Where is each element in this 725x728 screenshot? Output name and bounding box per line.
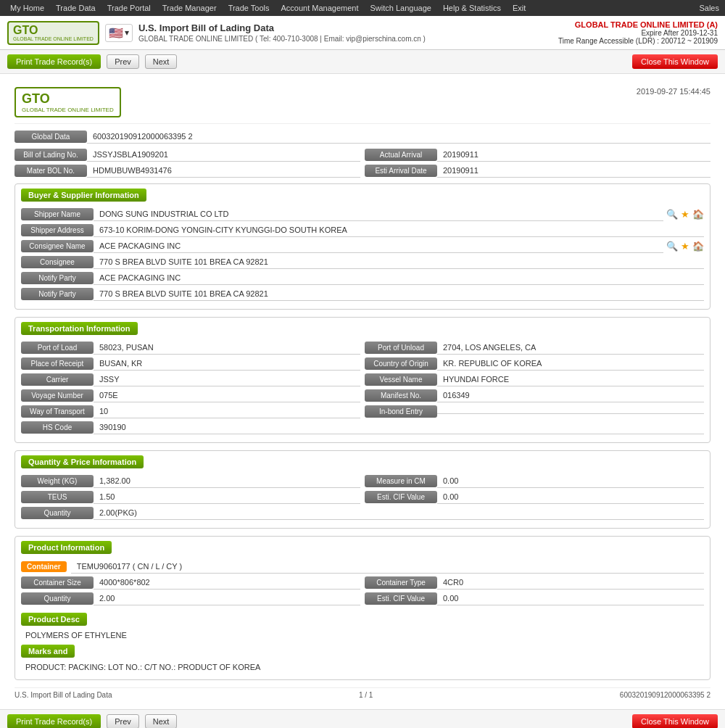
nav-sales: Sales: [699, 4, 719, 12]
port-load-label: Port of Load: [21, 342, 94, 354]
container-size-label: Container Size: [21, 576, 94, 589]
buyer-supplier-section: Buyer & Supplier Information Shipper Nam…: [14, 183, 710, 310]
esti-arrival-value: 20190911: [437, 164, 710, 178]
print-button-bottom[interactable]: Print Trade Record(s): [7, 714, 101, 728]
prev-button-bottom[interactable]: Prev: [107, 714, 139, 728]
consignee-row: Consignee 770 S BREA BLVD SUITE 101 BREA…: [21, 255, 704, 269]
place-receipt-label: Place of Receipt: [21, 357, 94, 370]
quantity-row: Quantity 2.00(PKG): [21, 506, 704, 520]
transportation-body: Port of Load 58023, PUSAN Port of Unload…: [15, 338, 710, 442]
quantity-price-header: Quantity & Price Information: [21, 455, 144, 468]
esti-cif-value: 0.00: [437, 490, 704, 504]
shipper-home-icon[interactable]: 🏠: [692, 209, 704, 220]
nav-exit[interactable]: Exit: [508, 0, 530, 16]
transport-way-value: 10: [94, 405, 360, 418]
place-receipt-row: Place of Receipt BUSAN, KR Country of Or…: [21, 357, 704, 371]
quantity-price-body: Weight (KG) 1,382.00 Measure in CM 0.00 …: [15, 471, 710, 528]
shipper-star-icon[interactable]: ★: [681, 209, 689, 220]
nav-tradedata[interactable]: Trade Data: [51, 0, 100, 16]
header: GTO GLOBAL TRADE ONLINE LIMITED 🇺🇸 ▾ U.S…: [0, 16, 725, 50]
next-button-bottom[interactable]: Next: [145, 714, 178, 728]
manifest-label: Manifest No.: [365, 389, 437, 402]
transport-way-label: Way of Transport: [21, 405, 94, 418]
top-toolbar: Print Trade Record(s) Prev Next Close Th…: [0, 50, 725, 74]
record-footer-page: 1 / 1: [359, 691, 373, 699]
marks-label: Marks and: [21, 645, 75, 658]
shipper-name-label: Shipper Name: [21, 208, 94, 220]
in-bond-value: [437, 409, 704, 414]
consignee-star-icon[interactable]: ★: [681, 241, 689, 252]
marks-section: Marks and PRODUCT: PACKING: LOT NO.: C/T…: [21, 642, 704, 674]
country-origin-value: KR. REPUBLIC OF KOREA: [437, 357, 704, 371]
teus-label: TEUS: [21, 491, 94, 503]
buyer-supplier-body: Shipper Name DONG SUNG INDUSTRIAL CO LTD…: [15, 204, 710, 309]
prev-button-top[interactable]: Prev: [107, 54, 139, 69]
flag-area[interactable]: 🇺🇸 ▾: [105, 24, 133, 42]
consignee-label: Consignee: [21, 256, 94, 268]
product-info-section: Product Information Container TEMU906017…: [14, 536, 710, 680]
logo: GTO GLOBAL TRADE ONLINE LIMITED: [7, 21, 99, 45]
global-data-fields: Global Data 600320190912000063395 2: [14, 130, 710, 144]
quantity-label: Quantity: [21, 507, 94, 519]
top-navigation: My Home Trade Data Trade Portal Trade Ma…: [0, 0, 725, 16]
shipper-address-label: Shipper Address: [21, 224, 94, 236]
nav-myhome[interactable]: My Home: [6, 0, 49, 16]
hs-code-row: HS Code 390190: [21, 421, 704, 434]
transportation-header: Transportation Information: [21, 322, 138, 335]
carrier-label: Carrier: [21, 373, 94, 386]
header-title-area: U.S. Import Bill of Lading Data GLOBAL T…: [138, 22, 426, 43]
global-data-label: Global Data: [14, 131, 87, 143]
print-button-top[interactable]: Print Trade Record(s): [7, 54, 101, 69]
weight-label: Weight (KG): [21, 475, 94, 487]
quantity-value: 2.00(PKG): [94, 506, 704, 520]
country-origin-label: Country of Origin: [365, 357, 437, 370]
vessel-name-label: Vessel Name: [365, 373, 437, 386]
port-load-value: 58023, PUSAN: [94, 341, 360, 355]
main-content: GTO GLOBAL TRADE ONLINE LIMITED 2019-09-…: [0, 74, 725, 709]
consignee-name-row: Consignee Name ACE PACKAGING INC 🔍 ★ 🏠: [21, 239, 704, 253]
record-footer-id: 600320190912000063395 2: [620, 691, 710, 699]
header-left: GTO GLOBAL TRADE ONLINE LIMITED 🇺🇸 ▾ U.S…: [7, 21, 426, 45]
notify-party-value: ACE PACKAGING INC: [94, 271, 704, 285]
product-quantity-label: Quantity: [21, 592, 94, 605]
nav-help[interactable]: Help & Statistics: [439, 0, 505, 16]
next-button-top[interactable]: Next: [145, 54, 178, 69]
port-unload-label: Port of Unload: [365, 342, 437, 354]
product-esti-cif-value: 0.00: [437, 592, 704, 605]
nav-tradeportal[interactable]: Trade Portal: [103, 0, 155, 16]
header-contact: GLOBAL TRADE ONLINE LIMITED ( Tel: 400-7…: [138, 35, 426, 43]
in-bond-label: In-bond Entry: [365, 405, 437, 418]
page-title: U.S. Import Bill of Lading Data: [138, 22, 426, 33]
consignee-search-icon[interactable]: 🔍: [666, 241, 678, 252]
consignee-home-icon[interactable]: 🏠: [692, 241, 704, 252]
shipper-icons: 🔍 ★ 🏠: [666, 209, 704, 220]
container-type-value: 4CR0: [437, 576, 704, 590]
close-button-bottom[interactable]: Close This Window: [632, 714, 718, 728]
nav-switchlanguage[interactable]: Switch Language: [366, 0, 436, 16]
record-datetime: 2019-09-27 15:44:45: [637, 87, 710, 96]
product-desc-section: Product Desc POLYMERS OF ETHYLENE: [21, 610, 704, 642]
weight-row: Weight (KG) 1,382.00 Measure in CM 0.00: [21, 474, 704, 488]
port-unload-value: 2704, LOS ANGELES, CA: [437, 341, 704, 355]
actual-arrival-label: Actual Arrival: [365, 149, 437, 161]
expire-date: Expire After 2019-12-31: [558, 29, 718, 37]
nav-accountmanagement[interactable]: Account Management: [277, 0, 363, 16]
record-logo: GTO GLOBAL TRADE ONLINE LIMITED: [14, 87, 121, 117]
bottom-toolbar: Print Trade Record(s) Prev Next Close Th…: [0, 709, 725, 728]
container-value: TEMU9060177 ( CN / L / CY ): [71, 560, 704, 574]
nav-trademanager[interactable]: Trade Manager: [158, 0, 221, 16]
marks-value: PRODUCT: PACKING: LOT NO.: C/T NO.: PROD…: [21, 661, 704, 674]
close-button-top[interactable]: Close This Window: [632, 54, 718, 69]
transportation-section: Transportation Information Port of Load …: [14, 317, 710, 443]
record-logo-text: GTO: [22, 91, 114, 107]
nav-tradetools[interactable]: Trade Tools: [224, 0, 274, 16]
shipper-search-icon[interactable]: 🔍: [666, 209, 678, 220]
quantity-price-section: Quantity & Price Information Weight (KG)…: [14, 450, 710, 529]
carrier-value: JSSY: [94, 373, 360, 386]
flag-dropdown: ▾: [125, 28, 129, 38]
bol-row: Bill of Lading No. JSSYJSBLA1909201 Actu…: [14, 148, 710, 162]
flag-icon: 🇺🇸: [109, 26, 123, 40]
global-data-value: 600320190912000063395 2: [87, 130, 710, 144]
voyage-row: Voyage Number 075E Manifest No. 016349: [21, 389, 704, 402]
teus-row: TEUS 1.50 Esti. CIF Value 0.00: [21, 490, 704, 504]
